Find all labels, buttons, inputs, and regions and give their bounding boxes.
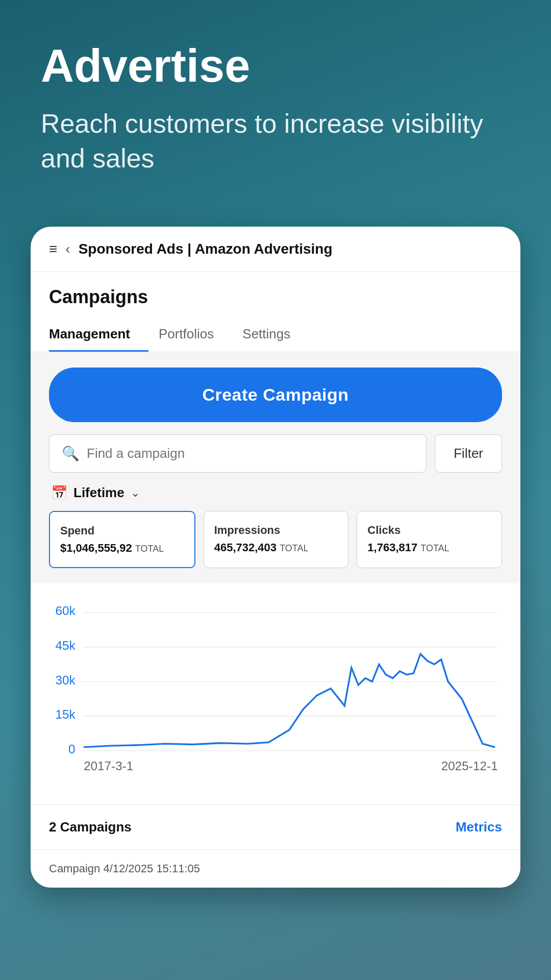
svg-text:15k: 15k xyxy=(55,708,76,722)
stat-card-clicks[interactable]: Clicks 1,763,817 TOTAL xyxy=(357,511,502,568)
chevron-down-icon[interactable]: ⌄ xyxy=(131,486,140,500)
stat-value-clicks: 1,763,817 TOTAL xyxy=(367,541,491,554)
svg-text:0: 0 xyxy=(68,742,76,756)
lifetime-row: 📅 Lifetime ⌄ xyxy=(49,485,502,501)
hero-subtitle: Reach customers to increase visibility a… xyxy=(41,107,510,176)
search-filter-row: 🔍 Filter xyxy=(49,434,502,473)
line-chart: 60k 45k 30k 15k 0 2017-3-1 2025-12-1 xyxy=(41,599,510,792)
stat-value-impressions: 465,732,403 TOTAL xyxy=(214,541,338,554)
browser-title: Sponsored Ads | Amazon Advertising xyxy=(79,241,502,257)
stat-label-spend: Spend xyxy=(60,524,184,537)
metrics-link[interactable]: Metrics xyxy=(456,819,502,835)
stat-value-spend: $1,046,555,92 TOTAL xyxy=(60,542,184,555)
svg-text:2025-12-1: 2025-12-1 xyxy=(441,759,498,773)
stat-label-clicks: Clicks xyxy=(367,524,491,537)
page-header: Campaigns Management Portfolios Settings xyxy=(31,272,520,352)
hero-title: Advertise xyxy=(41,41,510,91)
search-icon: 🔍 xyxy=(62,445,80,462)
hamburger-icon[interactable]: ≡ xyxy=(49,242,57,256)
date-range-label[interactable]: Lifetime xyxy=(73,485,124,501)
tab-portfolios[interactable]: Portfolios xyxy=(159,318,232,352)
back-icon[interactable]: ‹ xyxy=(65,241,70,257)
search-box: 🔍 xyxy=(49,434,427,473)
browser-bar: ≡ ‹ Sponsored Ads | Amazon Advertising xyxy=(31,227,520,272)
campaign-item-preview[interactable]: Campaign 4/12/2025 15:11:05 xyxy=(31,849,520,888)
stat-card-impressions[interactable]: Impressions 465,732,403 TOTAL xyxy=(204,511,349,568)
chart-area: 60k 45k 30k 15k 0 2017-3-1 2025-12-1 xyxy=(31,583,520,804)
svg-text:2017-3-1: 2017-3-1 xyxy=(84,759,133,773)
create-campaign-button[interactable]: Create Campaign xyxy=(49,368,502,422)
stat-label-impressions: Impressions xyxy=(214,524,338,537)
filter-button[interactable]: Filter xyxy=(435,434,502,473)
campaigns-count: 2 Campaigns xyxy=(49,819,132,835)
stat-card-spend[interactable]: Spend $1,046,555,92 TOTAL xyxy=(49,511,195,568)
campaigns-footer: 2 Campaigns Metrics xyxy=(31,804,520,849)
tab-settings[interactable]: Settings xyxy=(242,318,309,352)
tabs-container: Management Portfolios Settings xyxy=(49,318,502,352)
tab-management[interactable]: Management xyxy=(49,318,148,352)
svg-text:45k: 45k xyxy=(55,639,76,652)
search-input[interactable] xyxy=(87,446,414,461)
stats-row: Spend $1,046,555,92 TOTAL Impressions 46… xyxy=(49,511,502,568)
svg-text:30k: 30k xyxy=(55,673,76,687)
calendar-icon: 📅 xyxy=(51,485,67,501)
svg-text:60k: 60k xyxy=(55,604,76,618)
page-title: Campaigns xyxy=(49,286,502,308)
hero-section: Advertise Reach customers to increase vi… xyxy=(0,0,551,206)
app-card: ≡ ‹ Sponsored Ads | Amazon Advertising C… xyxy=(31,227,520,888)
content-area: Create Campaign 🔍 Filter 📅 Lifetime ⌄ Sp… xyxy=(31,352,520,583)
